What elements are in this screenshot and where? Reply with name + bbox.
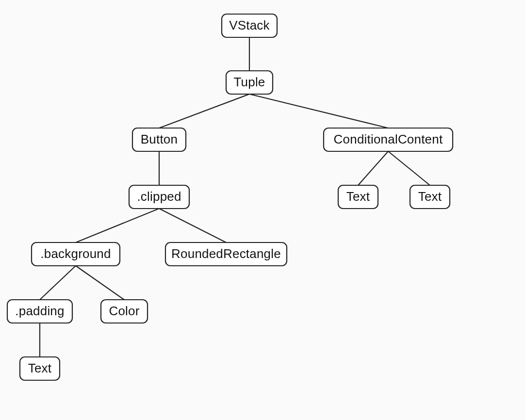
node-tuple: Tuple [226,71,273,94]
node-label: .clipped [137,189,181,204]
edge-tuple-button [159,94,249,128]
edge-conditional-text_cc_l [358,151,388,185]
node-conditional: ConditionalContent [324,128,453,151]
node-label: Button [141,132,178,146]
node-button: Button [132,128,186,151]
node-color: Color [101,300,148,323]
node-text_cc_l: Text [338,185,378,209]
node-label: .padding [15,304,64,318]
node-text_leaf: Text [20,357,60,380]
edge-clipped-roundedrect [159,209,226,242]
node-padding: .padding [7,300,72,323]
node-label: RoundedRectangle [171,246,281,261]
node-roundedrect: RoundedRectangle [165,242,287,266]
edge-conditional-text_cc_r [388,151,430,185]
node-label: .background [40,246,111,261]
edge-background-color [76,266,124,300]
node-text_cc_r: Text [410,185,450,209]
node-vstack: VStack [222,14,277,37]
node-label: Text [346,189,370,204]
node-label: Color [109,304,139,318]
tree-diagram: VStackTupleButtonConditionalContentTextT… [0,0,525,420]
node-label: Tuple [233,75,265,89]
node-clipped: .clipped [129,185,189,209]
node-label: VStack [229,18,270,32]
edge-tuple-conditional [249,94,388,128]
edge-background-padding [40,266,76,300]
node-label: Text [28,361,52,375]
node-background: .background [32,242,120,266]
node-label: ConditionalContent [334,132,443,146]
node-label: Text [418,189,442,204]
edge-clipped-background [76,209,159,242]
